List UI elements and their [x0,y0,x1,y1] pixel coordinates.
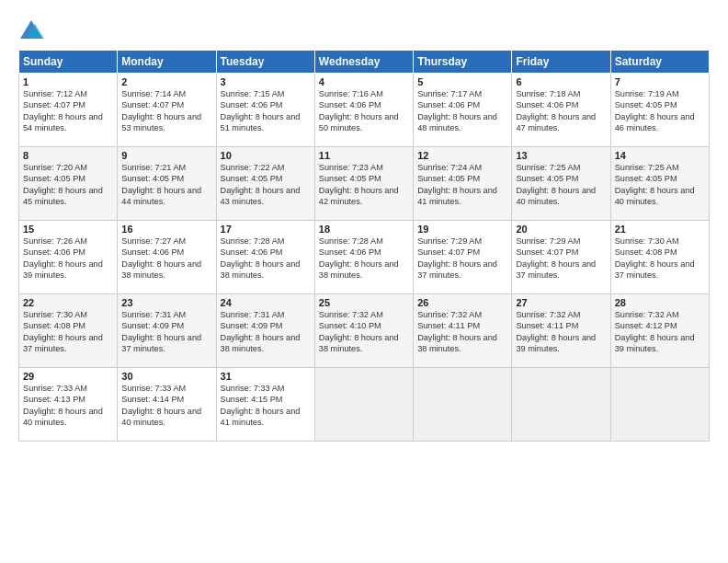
calendar-cell: 6 Sunrise: 7:18 AMSunset: 4:06 PMDayligh… [512,74,610,147]
day-info: Sunrise: 7:25 AMSunset: 4:05 PMDaylight:… [516,162,606,208]
day-info: Sunrise: 7:31 AMSunset: 4:09 PMDaylight:… [121,309,211,355]
day-number: 14 [615,150,705,161]
day-info: Sunrise: 7:30 AMSunset: 4:08 PMDaylight:… [23,309,113,355]
day-number: 10 [221,150,311,161]
calendar-cell: 19 Sunrise: 7:29 AMSunset: 4:07 PMDaylig… [414,221,512,294]
day-number: 27 [516,297,606,308]
day-info: Sunrise: 7:26 AMSunset: 4:06 PMDaylight:… [23,236,113,282]
day-info: Sunrise: 7:23 AMSunset: 4:05 PMDaylight:… [319,162,409,208]
header-sunday: Sunday [19,51,118,74]
day-number: 22 [23,297,113,308]
calendar-page: SundayMondayTuesdayWednesdayThursdayFrid… [0,0,728,563]
day-info: Sunrise: 7:21 AMSunset: 4:05 PMDaylight:… [121,162,211,208]
calendar-cell: 5 Sunrise: 7:17 AMSunset: 4:06 PMDayligh… [414,74,512,147]
day-info: Sunrise: 7:32 AMSunset: 4:11 PMDaylight:… [417,309,507,355]
calendar-cell: 12 Sunrise: 7:24 AMSunset: 4:05 PMDaylig… [414,147,512,221]
calendar-cell: 14 Sunrise: 7:25 AMSunset: 4:05 PMDaylig… [610,147,709,221]
day-info: Sunrise: 7:31 AMSunset: 4:09 PMDaylight:… [221,309,311,355]
day-number: 17 [221,224,311,235]
calendar-cell: 25 Sunrise: 7:32 AMSunset: 4:10 PMDaylig… [314,294,413,368]
calendar-cell: 24 Sunrise: 7:31 AMSunset: 4:09 PMDaylig… [216,294,314,368]
day-info: Sunrise: 7:18 AMSunset: 4:06 PMDaylight:… [516,88,606,134]
calendar-cell: 30 Sunrise: 7:33 AMSunset: 4:14 PMDaylig… [118,368,216,442]
day-number: 3 [221,76,311,87]
day-info: Sunrise: 7:29 AMSunset: 4:07 PMDaylight:… [516,236,606,282]
day-number: 19 [417,224,507,235]
day-info: Sunrise: 7:32 AMSunset: 4:12 PMDaylight:… [615,309,705,355]
calendar-cell: 4 Sunrise: 7:16 AMSunset: 4:06 PMDayligh… [314,74,413,147]
calendar-cell: 7 Sunrise: 7:19 AMSunset: 4:05 PMDayligh… [610,74,709,147]
logo [18,18,48,44]
calendar-cell: 13 Sunrise: 7:25 AMSunset: 4:05 PMDaylig… [512,147,610,221]
day-number: 24 [221,297,311,308]
day-info: Sunrise: 7:33 AMSunset: 4:15 PMDaylight:… [221,383,311,429]
day-number: 6 [516,76,606,87]
day-info: Sunrise: 7:16 AMSunset: 4:06 PMDaylight:… [319,88,409,134]
day-number: 23 [121,297,211,308]
day-info: Sunrise: 7:12 AMSunset: 4:07 PMDaylight:… [23,88,113,134]
week-row-5: 29 Sunrise: 7:33 AMSunset: 4:13 PMDaylig… [19,368,710,442]
day-number: 4 [319,76,409,87]
week-row-2: 8 Sunrise: 7:20 AMSunset: 4:05 PMDayligh… [19,147,710,221]
header [18,17,710,44]
calendar-cell: 1 Sunrise: 7:12 AMSunset: 4:07 PMDayligh… [19,74,118,147]
calendar-header: SundayMondayTuesdayWednesdayThursdayFrid… [19,51,710,74]
day-number: 21 [615,224,705,235]
calendar-cell: 31 Sunrise: 7:33 AMSunset: 4:15 PMDaylig… [216,368,314,442]
calendar-cell: 26 Sunrise: 7:32 AMSunset: 4:11 PMDaylig… [414,294,512,368]
day-info: Sunrise: 7:24 AMSunset: 4:05 PMDaylight:… [417,162,507,208]
calendar-cell: 16 Sunrise: 7:27 AMSunset: 4:06 PMDaylig… [118,221,216,294]
header-monday: Monday [118,51,216,74]
calendar-cell [314,368,413,442]
day-info: Sunrise: 7:28 AMSunset: 4:06 PMDaylight:… [319,236,409,282]
week-row-1: 1 Sunrise: 7:12 AMSunset: 4:07 PMDayligh… [19,74,710,147]
day-number: 5 [417,76,507,87]
calendar-cell: 11 Sunrise: 7:23 AMSunset: 4:05 PMDaylig… [314,147,413,221]
day-number: 12 [417,150,507,161]
calendar-cell: 2 Sunrise: 7:14 AMSunset: 4:07 PMDayligh… [118,74,216,147]
day-number: 26 [417,297,507,308]
day-info: Sunrise: 7:19 AMSunset: 4:05 PMDaylight:… [615,88,705,134]
day-info: Sunrise: 7:33 AMSunset: 4:13 PMDaylight:… [23,383,113,429]
day-info: Sunrise: 7:32 AMSunset: 4:10 PMDaylight:… [319,309,409,355]
day-info: Sunrise: 7:30 AMSunset: 4:08 PMDaylight:… [615,236,705,282]
day-number: 9 [121,150,211,161]
week-row-3: 15 Sunrise: 7:26 AMSunset: 4:06 PMDaylig… [19,221,710,294]
day-number: 13 [516,150,606,161]
calendar-cell: 17 Sunrise: 7:28 AMSunset: 4:06 PMDaylig… [216,221,314,294]
calendar-cell: 28 Sunrise: 7:32 AMSunset: 4:12 PMDaylig… [610,294,709,368]
calendar-cell: 29 Sunrise: 7:33 AMSunset: 4:13 PMDaylig… [19,368,118,442]
calendar-cell: 20 Sunrise: 7:29 AMSunset: 4:07 PMDaylig… [512,221,610,294]
calendar-body: 1 Sunrise: 7:12 AMSunset: 4:07 PMDayligh… [19,74,710,442]
day-number: 30 [121,371,211,382]
day-number: 25 [319,297,409,308]
day-info: Sunrise: 7:28 AMSunset: 4:06 PMDaylight:… [221,236,311,282]
calendar-cell: 27 Sunrise: 7:32 AMSunset: 4:11 PMDaylig… [512,294,610,368]
day-number: 28 [615,297,705,308]
calendar-cell [610,368,709,442]
day-number: 29 [23,371,113,382]
day-number: 16 [121,224,211,235]
day-number: 20 [516,224,606,235]
day-info: Sunrise: 7:32 AMSunset: 4:11 PMDaylight:… [516,309,606,355]
calendar-cell [512,368,610,442]
day-info: Sunrise: 7:17 AMSunset: 4:06 PMDaylight:… [417,88,507,134]
calendar-cell: 21 Sunrise: 7:30 AMSunset: 4:08 PMDaylig… [610,221,709,294]
calendar-cell [414,368,512,442]
calendar-cell: 23 Sunrise: 7:31 AMSunset: 4:09 PMDaylig… [118,294,216,368]
day-number: 1 [23,76,113,87]
day-info: Sunrise: 7:14 AMSunset: 4:07 PMDaylight:… [121,88,211,134]
calendar-table: SundayMondayTuesdayWednesdayThursdayFrid… [18,50,710,442]
day-number: 18 [319,224,409,235]
day-number: 15 [23,224,113,235]
calendar-cell: 22 Sunrise: 7:30 AMSunset: 4:08 PMDaylig… [19,294,118,368]
day-info: Sunrise: 7:29 AMSunset: 4:07 PMDaylight:… [417,236,507,282]
calendar-cell: 8 Sunrise: 7:20 AMSunset: 4:05 PMDayligh… [19,147,118,221]
day-number: 11 [319,150,409,161]
day-number: 2 [121,76,211,87]
day-number: 8 [23,150,113,161]
day-info: Sunrise: 7:25 AMSunset: 4:05 PMDaylight:… [615,162,705,208]
week-row-4: 22 Sunrise: 7:30 AMSunset: 4:08 PMDaylig… [19,294,710,368]
calendar-cell: 9 Sunrise: 7:21 AMSunset: 4:05 PMDayligh… [118,147,216,221]
calendar-cell: 3 Sunrise: 7:15 AMSunset: 4:06 PMDayligh… [216,74,314,147]
